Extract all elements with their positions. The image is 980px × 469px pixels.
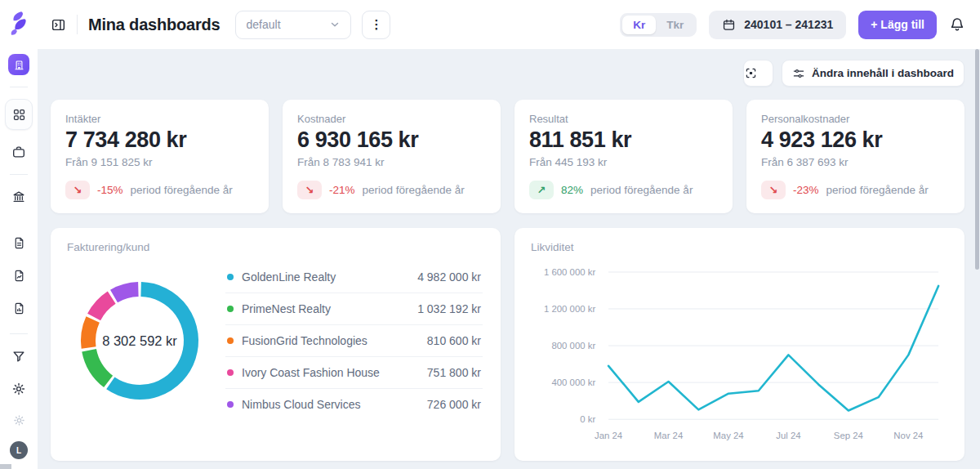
horizontal-scrollbar-thumb[interactable] (0, 464, 11, 469)
notifications-button[interactable] (949, 16, 965, 33)
kpi-delta-suffix: period föregående år (363, 184, 465, 196)
sidebar-item-reports[interactable] (7, 265, 31, 286)
legend-row[interactable]: Ivory Coast Fashion House751 800 kr (225, 356, 483, 388)
vertical-scrollbar-thumb[interactable] (975, 49, 979, 270)
x-axis-label: Sep 24 (834, 431, 863, 440)
edit-dashboard-button[interactable]: Ändra innehåll i dashboard (782, 60, 964, 87)
dashboard-content: Ändra innehåll i dashboard Intäkter 7 73… (38, 49, 980, 469)
bank-icon (11, 190, 26, 204)
theme-toggle[interactable] (7, 409, 31, 431)
legend-row[interactable]: PrimeNest Realty1 032 192 kr (225, 293, 483, 324)
donut-segment[interactable] (88, 319, 93, 348)
kpi-label: Kostnader (297, 113, 486, 125)
sidebar-item-statistics[interactable] (7, 297, 31, 319)
legend-row[interactable]: GoldenLine Realty4 982 000 kr (225, 261, 483, 293)
x-axis-label: Jul 24 (776, 431, 800, 440)
legend-value: 4 982 000 kr (417, 270, 481, 284)
gear-icon (11, 382, 26, 396)
header: Mina dashboards default ⋮ Kr Tkr 240101 … (38, 0, 980, 49)
kpi-previous: Från 9 151 825 kr (65, 156, 254, 168)
sidebar-divider (10, 87, 28, 87)
chevron-down-icon (329, 19, 341, 30)
donut-segment[interactable] (114, 289, 139, 296)
sidebar-item-dashboards[interactable] (5, 99, 33, 130)
kpi-grid: Intäkter 7 734 280 kr Från 9 151 825 kr … (51, 100, 964, 213)
trend-arrow-icon: ↘ (305, 184, 314, 196)
kpi-card-kostnader: Kostnader 6 930 165 kr Från 8 783 941 kr… (283, 100, 501, 213)
x-axis-label: May 24 (713, 431, 743, 440)
sidebar-item-invoices[interactable] (7, 232, 31, 253)
donut-segment[interactable] (89, 351, 109, 382)
legend-row[interactable]: Nimbus Cloud Services726 000 kr (225, 388, 483, 420)
trend-arrow-badge: ↘ (297, 181, 322, 199)
kpi-delta-percent: 82% (561, 184, 583, 196)
kpi-card-personalkostnader: Personalkostnader 4 923 126 kr Från 6 38… (746, 100, 964, 213)
trend-arrow-badge: ↘ (65, 181, 90, 199)
kebab-icon: ⋮ (370, 17, 382, 32)
sidebar-item-company[interactable] (8, 54, 29, 75)
kpi-delta-percent: -15% (97, 184, 123, 196)
panel-toggle-icon (51, 17, 66, 33)
sidebar-item-portfolio[interactable] (7, 141, 31, 163)
trend-arrow-icon: ↘ (74, 184, 82, 196)
kpi-label: Personalkostnader (761, 113, 950, 125)
dashboard-menu-button[interactable]: ⋮ (362, 11, 390, 39)
kpi-delta-percent: -21% (329, 184, 355, 196)
kpi-card-intakter: Intäkter 7 734 280 kr Från 9 151 825 kr … (51, 100, 269, 213)
app-logo[interactable] (0, 0, 38, 49)
kpi-label: Resultat (529, 113, 718, 125)
add-button[interactable]: + Lägg till (858, 11, 937, 39)
x-axis-label: Jan 24 (595, 431, 622, 440)
kpi-delta-suffix: period föregående år (590, 184, 693, 196)
donut-center-total: 8 302 592 kr (102, 333, 177, 349)
legend-dot-icon (227, 306, 234, 312)
legend-value: 810 600 kr (427, 334, 481, 347)
unit-toggle-kr[interactable]: Kr (622, 16, 656, 34)
legend-row[interactable]: FusionGrid Technologies810 600 kr (225, 324, 483, 356)
kpi-delta-suffix: period föregående år (826, 184, 929, 196)
y-axis-label: 0 kr (580, 414, 595, 424)
kpi-value: 7 734 280 kr (65, 127, 254, 153)
legend-name: Nimbus Cloud Services (242, 398, 427, 411)
sidebar-toggle-button[interactable] (51, 17, 66, 33)
briefcase-icon (11, 145, 26, 159)
building-icon (13, 59, 25, 71)
kpi-delta-percent: -23% (793, 184, 819, 196)
edit-dashboard-label: Ändra innehåll i dashboard (812, 67, 954, 79)
dashboard-select-value: default (246, 18, 280, 31)
line-series (608, 286, 938, 411)
sidebar-item-filter[interactable] (7, 346, 31, 367)
unit-toggle-tkr[interactable]: Tkr (656, 16, 694, 34)
x-axis-label: Mar 24 (654, 431, 683, 440)
trend-arrow-badge: ↘ (761, 181, 786, 199)
donut-chart-title: Fakturering/kund (67, 241, 484, 253)
page-title: Mina dashboards (88, 16, 220, 34)
header-divider (77, 15, 78, 34)
legend-name: PrimeNest Realty (242, 302, 417, 315)
donut-legend: GoldenLine Realty4 982 000 krPrimeNest R… (225, 261, 483, 420)
y-axis-label: 800 000 kr (551, 341, 595, 351)
donut-chart-card: Fakturering/kund 8 302 592 kr GoldenLine… (51, 228, 501, 461)
y-axis-label: 1 600 000 kr (544, 267, 595, 277)
sidebar-divider (10, 333, 28, 334)
avatar[interactable]: L (10, 441, 28, 459)
legend-name: GoldenLine Realty (242, 270, 417, 284)
legend-value: 1 032 192 kr (417, 302, 481, 315)
kpi-card-resultat: Resultat 811 851 kr Från 445 193 kr ↗ 82… (514, 100, 733, 213)
document-chart-icon (12, 302, 26, 315)
kpi-label: Intäkter (65, 113, 254, 125)
donut-segment[interactable] (94, 297, 112, 317)
fullscreen-button[interactable] (743, 60, 773, 87)
dashboard-select[interactable]: default (235, 11, 351, 39)
sidebar-item-bank[interactable] (7, 186, 31, 208)
avatar-initial: L (16, 446, 21, 455)
kpi-value: 811 851 kr (529, 127, 718, 153)
calendar-icon (722, 18, 736, 32)
date-range-picker[interactable]: 240101 – 241231 (709, 11, 846, 39)
line-chart[interactable]: 0 kr400 000 kr800 000 kr1 200 000 kr1 60… (531, 258, 948, 448)
kpi-previous: Från 8 783 941 kr (297, 156, 486, 168)
legend-dot-icon (227, 274, 234, 280)
sidebar-item-settings[interactable] (7, 378, 31, 400)
kpi-value: 4 923 126 kr (761, 127, 950, 153)
legend-dot-icon (227, 401, 234, 408)
